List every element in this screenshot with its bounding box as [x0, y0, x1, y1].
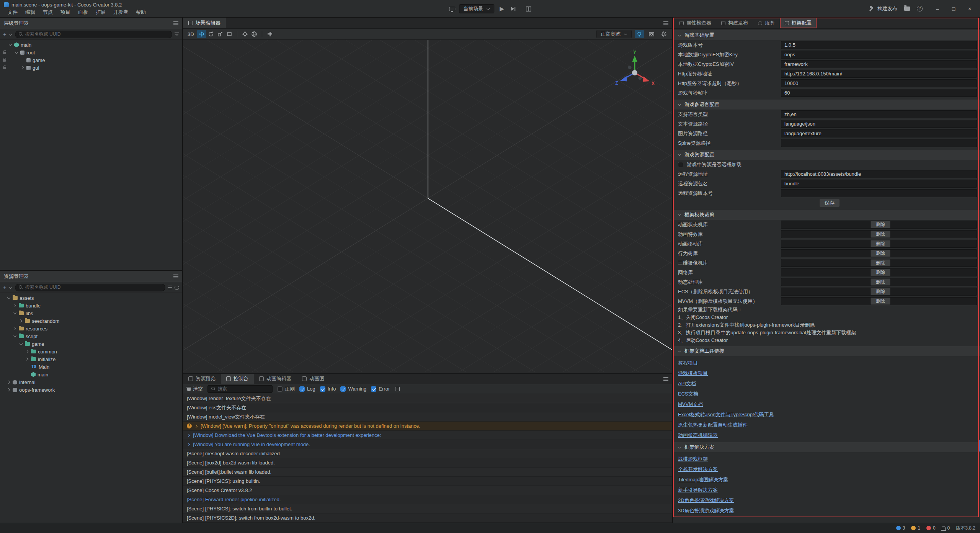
tree-row[interactable]: script [0, 332, 182, 340]
section-header[interactable]: 游戏多语言配置 [673, 100, 980, 110]
console-tab-0[interactable]: 资源预览 [183, 374, 221, 384]
menu-item-6[interactable]: 开发者 [109, 8, 132, 16]
console-row[interactable]: [Scene] [bullet]:bullet wasm lib loaded. [183, 468, 672, 477]
section-header[interactable]: 游戏资源配置 [673, 150, 980, 160]
scene-settings-gear-icon[interactable] [659, 30, 668, 38]
doc-link[interactable]: 战棋游戏框架 [678, 456, 975, 463]
property-input[interactable]: 60 [781, 89, 977, 97]
preview-device-icon[interactable] [449, 7, 455, 11]
tree-row[interactable]: root [0, 49, 182, 56]
doc-link[interactable]: 动画状态机编辑器 [678, 432, 975, 439]
console-row[interactable]: [Scene] [box2d]:box2d wasm lib loaded. [183, 458, 672, 468]
checkbox-icon[interactable] [299, 386, 305, 392]
chevron-right-icon[interactable] [7, 380, 11, 384]
lock-icon[interactable] [3, 59, 6, 62]
chevron-right-icon[interactable] [13, 304, 17, 307]
chevron-down-icon[interactable] [9, 33, 13, 36]
doc-link[interactable]: 教程项目 [678, 360, 975, 366]
doc-link[interactable]: 3D角色扮演游戏解决方案 [678, 507, 975, 514]
chevron-down-icon[interactable] [7, 296, 11, 300]
step-button[interactable] [510, 7, 517, 11]
delete-button[interactable]: 删除 [871, 269, 890, 276]
console-row[interactable]: [Window] render_texture文件夹不存在 [183, 394, 672, 403]
console-search-input[interactable]: 搜索 [207, 385, 273, 393]
scale-tool-button[interactable] [216, 30, 225, 38]
export-log-icon[interactable] [395, 387, 400, 391]
chevron-right-icon[interactable] [19, 319, 23, 323]
doc-link[interactable]: 原生包热更新配置自动生成插件 [678, 422, 975, 428]
filter-warning-toggle[interactable]: Warning [340, 386, 366, 392]
open-folder-icon[interactable] [904, 7, 910, 11]
doc-link[interactable]: Tiledmap地图解决方案 [678, 476, 975, 483]
delete-button[interactable]: 删除 [871, 250, 890, 257]
notification-badge[interactable]: 0 [942, 525, 950, 531]
menu-item-1[interactable]: 编辑 [21, 8, 39, 16]
console-row[interactable]: [Scene] [PHYSICS]: switch from builtin t… [183, 504, 672, 513]
doc-link[interactable]: 全栈开发解决方案 [678, 466, 975, 473]
console-tab-1[interactable]: 控制台 [221, 374, 254, 384]
coordinate-toggle-button[interactable] [250, 30, 259, 38]
property-input[interactable]: zh,en [781, 110, 977, 118]
lock-icon[interactable] [3, 52, 6, 54]
tree-row[interactable]: resources [0, 325, 182, 332]
doc-link[interactable]: 2D角色扮演游戏解决方案 [678, 497, 975, 504]
delete-button[interactable]: 删除 [871, 221, 890, 228]
panel-menu-icon[interactable] [663, 21, 668, 25]
delete-button[interactable]: 删除 [871, 231, 890, 238]
delete-button[interactable]: 删除 [871, 298, 890, 305]
tree-row[interactable]: initialize [0, 355, 182, 363]
chevron-down-icon[interactable] [19, 342, 23, 346]
doc-link[interactable]: API文档 [678, 380, 975, 387]
console-row[interactable]: [Scene] [PHYSICS]: using builtin. [183, 477, 672, 486]
property-input[interactable] [781, 139, 977, 147]
menu-item-4[interactable]: 面板 [74, 8, 92, 16]
play-button[interactable]: ▶ [498, 5, 506, 12]
tree-row[interactable]: game [0, 340, 182, 348]
chevron-down-icon[interactable] [8, 43, 12, 47]
assets-search-input[interactable]: 搜索名称或 UUID [15, 284, 165, 291]
panel-menu-icon[interactable] [663, 377, 668, 381]
section-header[interactable]: 框架文档工具链接 [673, 346, 980, 356]
tree-row[interactable]: game [0, 56, 182, 64]
checkbox-icon[interactable] [371, 386, 376, 392]
chevron-right-icon[interactable] [25, 350, 29, 353]
save-button[interactable]: 保存 [819, 199, 840, 207]
property-input[interactable]: language/texture [781, 129, 977, 137]
chevron-down-icon[interactable] [13, 334, 17, 338]
console-row[interactable]: [Scene] [PHYSICS2D]: switch from box2d-w… [183, 513, 672, 523]
property-input[interactable]: bundle [781, 180, 977, 188]
error-count-badge[interactable]: 0 [926, 525, 936, 531]
expand-chevron-icon[interactable] [187, 443, 190, 446]
property-input[interactable]: language/json [781, 120, 977, 128]
property-input[interactable]: framework [781, 60, 977, 68]
chevron-right-icon[interactable] [13, 327, 17, 330]
lighting-toggle-button[interactable] [635, 30, 644, 38]
tree-row[interactable]: assets [0, 294, 182, 302]
filter-info-toggle[interactable]: Info [320, 386, 336, 392]
property-input[interactable]: 1.0.5 [781, 41, 977, 49]
menu-item-2[interactable]: 节点 [39, 8, 57, 16]
section-header[interactable]: 框架解决方案 [673, 442, 980, 452]
filter-icon[interactable] [175, 33, 179, 36]
maximize-button[interactable]: □ [946, 0, 962, 18]
section-header[interactable]: 框架模块裁剪 [673, 210, 980, 220]
tree-row[interactable]: main [0, 371, 182, 378]
tab-inspector[interactable]: 属性检查器 [675, 18, 716, 28]
console-row[interactable]: [Window] model_view文件夹不存在 [183, 412, 672, 422]
tab-framework-config[interactable]: 框架配置 [780, 18, 817, 28]
delete-button[interactable]: 删除 [871, 240, 890, 247]
console-row[interactable]: [Window] ecs文件夹不存在 [183, 403, 672, 412]
console-row[interactable]: [Scene] Cocos Creator v3.8.2 [183, 486, 672, 495]
property-input[interactable]: http://localhost:8083/assets/bundle [781, 170, 977, 178]
warning-count-badge[interactable]: 1 [911, 525, 920, 531]
tree-row[interactable]: oops-framework [0, 386, 182, 394]
tree-row[interactable]: common [0, 348, 182, 355]
sort-icon[interactable] [168, 286, 172, 289]
lock-icon[interactable] [3, 67, 6, 69]
orientation-gizmo[interactable]: Y X Z [612, 51, 658, 96]
filter-log-toggle[interactable]: Log [299, 386, 315, 392]
doc-link[interactable]: 新手引导解决方案 [678, 487, 975, 494]
delete-button[interactable]: 删除 [871, 278, 890, 286]
property-input[interactable]: http://192.168.0.150/main/ [781, 70, 977, 78]
delete-button[interactable]: 删除 [871, 259, 890, 266]
